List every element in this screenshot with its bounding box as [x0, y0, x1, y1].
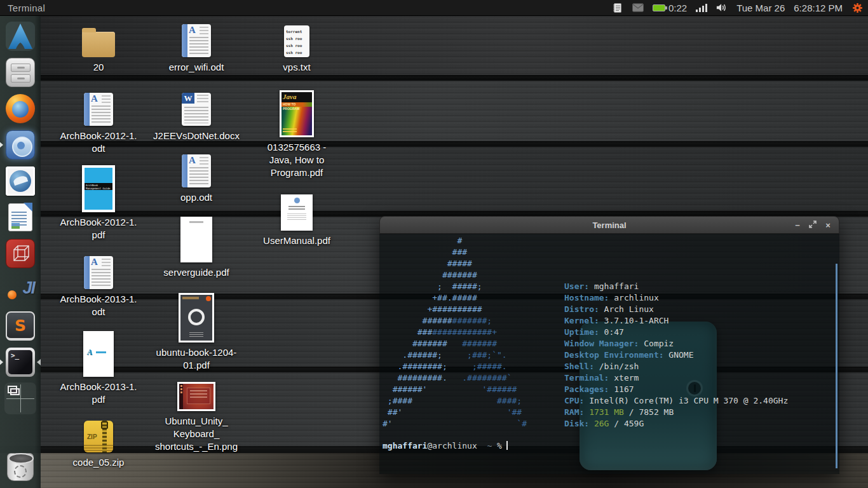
desktop-icon-opp-odt[interactable]: Aopp.odt — [146, 154, 247, 204]
sublime-icon: S — [6, 311, 35, 341]
intellij-icon: JI — [6, 275, 35, 304]
signal-strength-icon[interactable] — [696, 3, 707, 12]
desktop-icon-label: 0132575663 - Java, How to Program.pdf — [268, 141, 327, 179]
workspace-grid-icon — [4, 383, 36, 414]
pdf-cover-icon — [179, 293, 214, 342]
desktop-icon-error-wifi-odt[interactable]: Aerror_wifi.odt — [146, 24, 247, 74]
terminal-icon: >_ — [6, 348, 35, 377]
desktop-icon-label: code_05.zip — [73, 456, 125, 469]
terminal-content[interactable]: # ### ##### ####### ; #####; +##.##### +… — [379, 234, 839, 474]
clock[interactable]: Tue Mar 26 6:28:12 PM — [736, 3, 843, 13]
dock-item-workspace-switcher[interactable] — [5, 384, 36, 413]
trash-icon — [6, 452, 35, 482]
desktop-icon-unity-shortcuts-png[interactable]: Ubuntu_Unity_ Keyboard_ shortcuts_-_En.p… — [146, 382, 247, 453]
dock-item-file-manager[interactable] — [5, 58, 36, 87]
running-indicator — [0, 359, 3, 365]
text-cursor — [506, 441, 508, 450]
odt-document-icon: A — [182, 24, 211, 57]
desktop: 20Aerror_wifi.odttorrentssh roossh rooss… — [0, 0, 868, 488]
zip-archive-icon: ZIP — [84, 421, 113, 452]
pdf-cover-icon — [281, 194, 313, 231]
dock-item-trash[interactable] — [5, 452, 36, 482]
volume-icon[interactable] — [716, 2, 728, 13]
dock-item-libreoffice-writer[interactable] — [5, 203, 36, 232]
close-button[interactable]: × — [824, 221, 832, 229]
desktop-icon-label: ArchBook-2012-1. pdf — [60, 216, 137, 241]
desktop-icon-label: ubuntu-book-1204- 01.pdf — [156, 346, 237, 372]
odt-document-icon: A — [182, 154, 211, 187]
maximize-button[interactable] — [808, 220, 817, 229]
odt-document-icon: A — [84, 256, 113, 289]
desktop-icon-archbook-2012-pdf[interactable]: ArchBookManagement GuideArchBook-2012-1.… — [48, 165, 149, 241]
battery-icon — [653, 4, 665, 11]
desktop-icon-serverguide-pdf[interactable]: serverguide.pdf — [146, 217, 247, 279]
arch-ascii-logo: # ### ##### ####### ; #####; +##.##### +… — [383, 235, 527, 430]
desktop-icon-usermanual-pdf[interactable]: UserManual.pdf — [246, 194, 348, 247]
shell-prompt: mghaffari@archlinux ~ % — [383, 440, 508, 452]
dock-item-terminal[interactable]: >_ — [5, 348, 36, 377]
maximize-icon — [809, 220, 817, 228]
text-file-icon: torrentssh roossh roossh roo — [284, 25, 309, 57]
top-panel: Terminal 0:22 — [0, 0, 868, 16]
clock-date: Tue Mar 26 — [736, 3, 785, 13]
dock: JIS>_ — [0, 16, 41, 488]
dock-item-chromium[interactable] — [5, 130, 36, 159]
desktop-icon-label: ArchBook-2013-1. pdf — [60, 381, 137, 406]
desktop-icon-java-pdf[interactable]: JavaHOW TO PROGRAM0132575663 - Java, How… — [246, 90, 348, 179]
terminal-scrollbar[interactable] — [836, 264, 837, 468]
folder-icon — [82, 32, 115, 57]
dock-item-intellij-idea[interactable]: JI — [5, 275, 36, 304]
pdf-cover-icon: ArchBookManagement Guide — [82, 165, 115, 212]
desktop-icon-ubuntu-book-pdf[interactable]: ubuntu-book-1204- 01.pdf — [146, 293, 247, 372]
writer-document-icon — [6, 203, 35, 232]
minimize-button[interactable]: − — [793, 221, 802, 229]
file-cabinet-icon — [6, 58, 35, 87]
battery-indicator[interactable]: 0:22 — [653, 3, 687, 13]
docx-document-icon: W — [182, 93, 211, 126]
pdf-cover-icon — [180, 217, 212, 262]
java-book-cover-icon: JavaHOW TO PROGRAM — [280, 90, 314, 137]
desktop-icon-label: 20 — [93, 61, 104, 74]
desktop-icon-archbook-2012-odt[interactable]: AArchBook-2012-1. odt — [48, 93, 149, 155]
system-tray: 0:22 Tue Mar 26 6:28:12 PM — [612, 2, 868, 13]
desktop-icon-label: ArchBook-2012-1. odt — [60, 130, 137, 155]
window-buttons: − × — [793, 217, 832, 233]
dock-item-sublime-text[interactable]: S — [5, 311, 36, 341]
pdf-cover-icon: A — [83, 331, 114, 377]
desktop-icon-code-zip[interactable]: ZIPcode_05.zip — [48, 421, 149, 469]
desktop-icon-folder-20[interactable]: 20 — [48, 27, 149, 74]
desktop-icon-archbook-2013-odt[interactable]: AArchBook-2013-1. odt — [48, 256, 149, 318]
clock-time: 6:28:12 PM — [794, 3, 843, 13]
settings-gear-icon[interactable] — [851, 2, 863, 13]
terminal-titlebar[interactable]: Terminal − × — [379, 216, 839, 234]
desktop-icon-label: UserManual.pdf — [263, 234, 330, 247]
image-thumbnail-icon — [177, 382, 215, 411]
desktop-icon-archbook-2013-pdf[interactable]: AArchBook-2013-1. pdf — [48, 331, 149, 406]
desktop-icon-vps-txt[interactable]: torrentssh roossh roossh roovps.txt — [246, 25, 348, 74]
active-indicator — [37, 359, 41, 365]
battery-time: 0:22 — [668, 3, 687, 13]
odt-document-icon: A — [84, 93, 113, 126]
desktop-icon-label: ArchBook-2013-1. odt — [60, 293, 137, 318]
desktop-icon-label: error_wifi.odt — [169, 61, 224, 74]
journal-icon[interactable] — [612, 2, 623, 13]
terminal-window: Terminal − × # ### ##### ####### ; #### — [379, 216, 839, 474]
dock-item-thunderbird[interactable] — [5, 166, 36, 196]
chromium-icon — [6, 130, 35, 159]
system-info: User: mghaffariHostname: archlinuxDistro… — [564, 281, 788, 430]
running-indicator — [0, 142, 3, 148]
arch-logo-icon — [6, 22, 35, 51]
thunderbird-icon — [6, 166, 35, 196]
dock-item-firefox[interactable] — [5, 94, 36, 123]
wallpaper-seam — [0, 75, 868, 81]
desktop-icon-j2ee-docx[interactable]: WJ2EEVsDotNet.docx — [146, 93, 247, 142]
firefox-icon — [6, 94, 35, 123]
panel-window-title: Terminal — [8, 3, 45, 13]
desktop-icon-label: vps.txt — [283, 61, 310, 74]
dock-item-arch-menu[interactable] — [5, 22, 36, 51]
red-cube-icon — [6, 239, 35, 268]
dock-item-red-cube-app[interactable] — [5, 239, 36, 268]
terminal-title: Terminal — [592, 220, 626, 230]
desktop-icon-label: Ubuntu_Unity_ Keyboard_ shortcuts_-_En.p… — [155, 415, 238, 453]
mail-icon[interactable] — [632, 2, 644, 13]
